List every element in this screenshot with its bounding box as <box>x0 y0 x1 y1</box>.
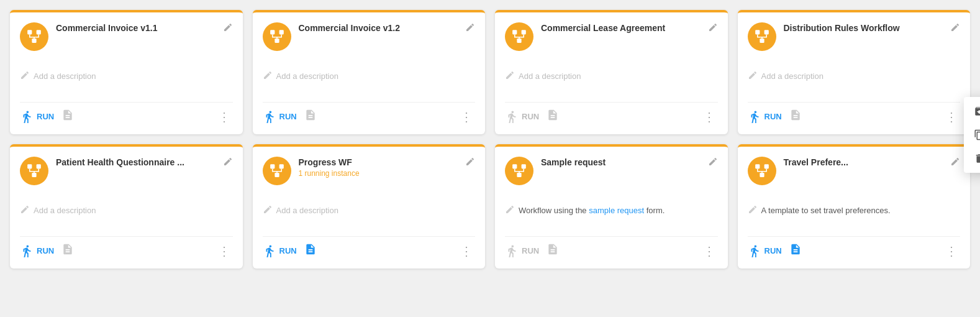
doc-icon[interactable] <box>304 109 317 124</box>
card-header: Travel Prefere... <box>748 157 961 185</box>
card-title-block: Commercial Invoice v1.2 <box>299 22 458 34</box>
more-options-button[interactable]: ⋮ <box>216 245 233 257</box>
edit-title-icon[interactable] <box>223 157 233 169</box>
run-label: RUN <box>522 112 539 121</box>
workflow-icon <box>748 22 776 51</box>
card-footer: RUN ⋮ <box>263 102 476 124</box>
edit-title-icon[interactable] <box>223 22 233 35</box>
card-header: Commercial Lease Agreement <box>505 22 718 51</box>
card-title: Commercial Invoice v1.1 <box>56 22 216 34</box>
description-placeholder[interactable]: Add a description <box>34 206 96 215</box>
footer-actions: RUN <box>748 243 802 259</box>
svg-rect-15 <box>270 164 274 168</box>
edit-title-icon[interactable] <box>708 157 718 169</box>
footer-actions: RUN <box>20 243 74 259</box>
card-title-block: Travel Prefere... <box>784 157 943 168</box>
description-placeholder[interactable]: Add a description <box>519 71 581 81</box>
card-description: Workflow using the sample request form. <box>505 194 718 226</box>
doc-icon[interactable] <box>547 109 559 124</box>
dropdown-item-archive[interactable]: Archive Workflow <box>964 99 980 123</box>
edit-title-icon[interactable] <box>708 22 718 35</box>
svg-rect-9 <box>755 30 760 34</box>
clone-icon <box>974 129 980 140</box>
card-title-block: Commercial Lease Agreement <box>541 22 701 34</box>
card-header: Commercial Invoice v1.2 <box>263 22 476 51</box>
run-label: RUN <box>764 112 782 121</box>
description-placeholder[interactable]: Add a description <box>276 206 338 215</box>
description-placeholder[interactable]: Add a description <box>761 71 823 81</box>
run-button[interactable]: RUN <box>263 110 297 124</box>
svg-rect-17 <box>274 173 279 177</box>
dropdown-item-clone[interactable]: Clone Workflow <box>964 123 980 147</box>
run-button[interactable]: RUN <box>748 244 782 258</box>
edit-title-icon[interactable] <box>950 157 960 169</box>
workflow-icon <box>748 157 776 185</box>
svg-rect-20 <box>517 173 521 177</box>
edit-title-icon[interactable] <box>465 157 475 169</box>
footer-actions: RUN <box>263 243 317 259</box>
more-options-button[interactable]: ⋮ <box>216 111 233 123</box>
card-footer: RUN ⋮ <box>748 236 961 259</box>
run-label: RUN <box>279 246 297 255</box>
card-title-block: Commercial Invoice v1.1 <box>56 22 216 34</box>
run-button: RUN <box>505 110 539 124</box>
svg-rect-19 <box>522 164 526 168</box>
edit-title-icon[interactable] <box>950 22 960 35</box>
workflow-icon <box>505 22 533 51</box>
workflow-card-card-6: Progress WF 1 running instance Add a des… <box>253 144 486 269</box>
run-button[interactable]: RUN <box>263 244 297 258</box>
description-text: A template to set travel preferences. <box>761 206 891 215</box>
pencil-icon <box>263 204 273 216</box>
pencil-icon <box>748 204 758 216</box>
archive-icon <box>974 106 980 117</box>
card-footer: RUN ⋮ <box>20 102 233 124</box>
svg-rect-2 <box>32 39 36 43</box>
run-button[interactable]: RUN <box>748 110 782 124</box>
more-options-button[interactable]: ⋮ <box>701 111 718 123</box>
edit-title-icon[interactable] <box>465 22 475 35</box>
delete-icon <box>974 153 980 164</box>
run-button[interactable]: RUN <box>20 244 54 258</box>
more-options-button[interactable]: ⋮ <box>458 245 475 257</box>
card-description: Add a description <box>20 194 233 226</box>
svg-rect-23 <box>760 173 764 177</box>
workflow-card-card-2: Commercial Invoice v1.2 Add a descriptio… <box>253 10 486 134</box>
description-placeholder[interactable]: Add a description <box>276 71 338 81</box>
card-description: Add a description <box>505 60 718 92</box>
workflow-card-card-4: Distribution Rules Workflow Add a descri… <box>738 10 971 134</box>
more-options-button[interactable]: ⋮ <box>943 111 960 123</box>
card-title-block: Progress WF 1 running instance <box>299 157 458 178</box>
card-title: Progress WF <box>299 157 458 168</box>
pencil-icon <box>505 70 515 82</box>
workflow-card-card-7: Sample request Workflow using the sample… <box>495 144 728 269</box>
workflow-card-card-3: Commercial Lease Agreement Add a descrip… <box>495 10 728 134</box>
doc-icon[interactable] <box>547 243 559 259</box>
svg-rect-16 <box>279 164 283 168</box>
card-title: Patient Health Questionnaire ... <box>56 157 216 168</box>
dropdown-item-delete[interactable]: Delete Workflow <box>964 147 980 170</box>
svg-rect-5 <box>274 39 279 43</box>
workflow-icon <box>505 157 533 185</box>
run-label: RUN <box>522 246 539 255</box>
doc-icon[interactable] <box>789 109 802 124</box>
doc-icon[interactable] <box>789 243 802 259</box>
card-footer: RUN ⋮ <box>505 102 718 124</box>
svg-rect-11 <box>760 39 764 43</box>
more-options-button[interactable]: ⋮ <box>943 245 960 257</box>
card-title-block: Patient Health Questionnaire ... <box>56 157 216 168</box>
more-options-button[interactable]: ⋮ <box>458 111 475 123</box>
card-title-block: Sample request <box>541 157 701 168</box>
workflow-icon <box>20 157 48 185</box>
card-title: Commercial Lease Agreement <box>541 22 701 34</box>
description-placeholder[interactable]: Add a description <box>34 71 96 81</box>
doc-icon[interactable] <box>304 243 317 259</box>
pencil-icon <box>20 204 30 216</box>
run-button[interactable]: RUN <box>20 110 54 124</box>
sample-request-link[interactable]: sample request <box>589 206 644 215</box>
doc-icon[interactable] <box>61 243 74 259</box>
doc-icon[interactable] <box>61 109 74 124</box>
card-header: Progress WF 1 running instance <box>263 157 476 185</box>
run-label: RUN <box>279 112 297 121</box>
pencil-icon <box>748 70 758 82</box>
more-options-button[interactable]: ⋮ <box>701 245 718 257</box>
